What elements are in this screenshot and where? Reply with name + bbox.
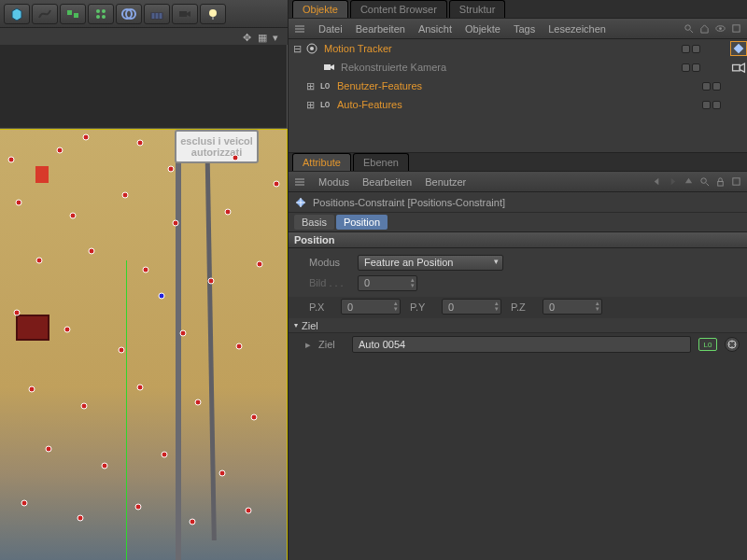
expand-icon[interactable]: ⊞	[305, 80, 315, 92]
expand-icon[interactable]: ⊟	[292, 43, 302, 55]
attribute-panel: Positions-Constraint [Positions-Constrai…	[289, 192, 747, 560]
null-icon: L0	[318, 98, 331, 111]
constraint-tag-icon[interactable]	[730, 41, 747, 56]
menu-tags[interactable]: Tags	[514, 23, 535, 35]
tab-content-browser[interactable]: Content Browser	[350, 0, 447, 18]
dock-icon[interactable]	[731, 176, 741, 187]
tab-attribute[interactable]: Attribute	[292, 153, 351, 171]
svg-rect-9	[151, 13, 162, 19]
burger-icon[interactable]	[294, 176, 305, 188]
menu-icon[interactable]: ▾	[273, 32, 282, 41]
search-icon[interactable]	[699, 176, 710, 187]
attribute-menu: Modus Bearbeiten Benutzer	[289, 172, 747, 192]
pz-label: P.Z	[511, 301, 533, 313]
manager-tabs: Objekte Content Browser Struktur	[289, 0, 747, 19]
svg-marker-15	[187, 11, 190, 17]
svg-rect-27	[733, 64, 740, 70]
viewport-empty[interactable]	[0, 45, 288, 129]
chevron-right-icon[interactable]: ▸	[305, 339, 311, 351]
svg-point-3	[96, 9, 100, 13]
svg-rect-22	[733, 25, 740, 32]
section-position: Position	[289, 231, 747, 248]
svg-rect-17	[212, 17, 214, 20]
ziel-field[interactable]: Auto 0054	[352, 336, 691, 353]
light-icon[interactable]	[200, 4, 226, 24]
ziel-picker-icon[interactable]	[725, 337, 740, 352]
menu-datei[interactable]: Datei	[318, 23, 343, 35]
svg-rect-25	[324, 64, 331, 70]
motion-tracker-icon	[305, 42, 318, 55]
forward-icon[interactable]	[668, 176, 678, 187]
subtab-position[interactable]: Position	[336, 215, 388, 230]
tab-ebenen[interactable]: Ebenen	[353, 153, 409, 171]
subtab-basis[interactable]: Basis	[294, 215, 334, 230]
move-icon[interactable]: ✥	[243, 32, 252, 41]
camera-icon[interactable]	[172, 4, 198, 24]
attr-sub-tabs: Basis Position	[289, 213, 747, 231]
svg-rect-14	[179, 11, 187, 17]
tree-item-user-features[interactable]: ⊞ L0 Benutzer-Features	[289, 77, 747, 95]
search-icon[interactable]	[684, 23, 694, 34]
burger-icon[interactable]	[294, 23, 305, 35]
object-tree: ⊟ Motion Tracker Rekonstruierte Kamera ⊞…	[289, 39, 747, 153]
tab-objects[interactable]: Objekte	[292, 0, 348, 18]
tree-item-motion-tracker[interactable]: ⊟ Motion Tracker	[289, 39, 747, 58]
floor-icon[interactable]	[144, 4, 170, 24]
ziel-null-badge: L0	[698, 338, 717, 351]
px-field[interactable]: 0▴▾	[341, 299, 401, 315]
lock-icon[interactable]	[715, 176, 726, 187]
camera-node-icon	[322, 61, 335, 74]
svg-rect-2	[74, 13, 78, 18]
svg-point-24	[310, 47, 314, 50]
null-icon: L0	[318, 79, 331, 92]
svg-rect-32	[733, 178, 740, 185]
back-icon[interactable]	[652, 176, 662, 187]
cube-icon[interactable]	[4, 4, 30, 24]
tree-item-camera[interactable]: Rekonstruierte Kamera	[289, 58, 747, 77]
modus-select[interactable]: Feature an Position	[358, 255, 503, 271]
viewport-footage[interactable]: esclusi i veicolautorizzati	[0, 129, 288, 560]
grid-icon[interactable]: ▦	[258, 32, 267, 41]
svg-point-18	[685, 25, 691, 30]
menu-benutzer[interactable]: Benutzer	[425, 176, 466, 188]
cloner-icon[interactable]	[88, 4, 114, 24]
main-toolbar	[0, 0, 288, 28]
bild-field[interactable]: 0▴▾	[358, 275, 417, 291]
svg-point-29	[701, 178, 707, 184]
menu-bearbeiten[interactable]: Bearbeiten	[362, 176, 412, 188]
svg-rect-31	[718, 182, 724, 187]
expand-icon[interactable]: ⊞	[305, 99, 315, 111]
array-icon[interactable]	[60, 4, 86, 24]
svg-point-16	[209, 9, 217, 17]
pz-field[interactable]: 0▴▾	[543, 299, 602, 315]
street-sign: esclusi i veicolautorizzati	[175, 130, 259, 163]
section-ziel[interactable]: Ziel	[289, 318, 747, 333]
menu-bearbeiten[interactable]: Bearbeiten	[356, 23, 405, 35]
position-coords: P.X 0▴▾ P.Y 0▴▾ P.Z 0▴▾	[289, 297, 747, 318]
bild-label: Bild . . .	[309, 277, 350, 288]
svg-point-5	[96, 15, 100, 19]
menu-ansicht[interactable]: Ansicht	[418, 23, 452, 35]
tree-label: Benutzer-Features	[335, 80, 698, 91]
menu-modus[interactable]: Modus	[318, 176, 349, 188]
attribute-tabs: Attribute Ebenen	[289, 153, 747, 172]
boolean-icon[interactable]	[116, 4, 142, 24]
svg-marker-26	[331, 64, 334, 70]
ziel-label: Ziel	[318, 339, 345, 350]
py-field[interactable]: 0▴▾	[442, 299, 501, 315]
up-icon[interactable]	[684, 176, 694, 187]
px-label: P.X	[309, 301, 331, 313]
tree-label: Motion Tracker	[322, 43, 678, 54]
objects-menu: Datei Bearbeiten Ansicht Objekte Tags Le…	[289, 19, 747, 39]
menu-objekte[interactable]: Objekte	[465, 23, 500, 35]
py-label: P.Y	[410, 301, 432, 313]
home-icon[interactable]	[699, 23, 710, 34]
maximize-icon[interactable]	[731, 23, 741, 34]
eye-icon[interactable]	[715, 23, 726, 34]
tab-struktur[interactable]: Struktur	[449, 0, 506, 18]
tree-label: Rekonstruierte Kamera	[339, 62, 678, 73]
spline-icon[interactable]	[32, 4, 58, 24]
menu-lesezeichen[interactable]: Lesezeichen	[548, 23, 606, 35]
tree-item-auto-features[interactable]: ⊞ L0 Auto-Features	[289, 95, 747, 114]
camera-view-icon[interactable]	[730, 60, 747, 75]
